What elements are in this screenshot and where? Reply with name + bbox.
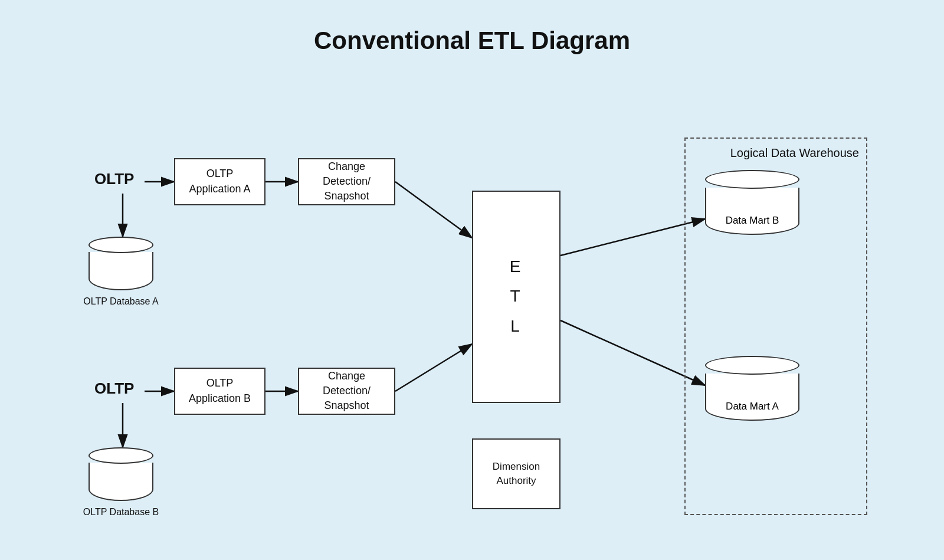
svg-line-8 — [395, 344, 472, 391]
etl-box: E T L — [472, 191, 560, 403]
svg-line-9 — [560, 219, 705, 256]
cyl-top-mart-a — [705, 356, 799, 375]
oltp-app-b-box: OLTP Application B — [174, 368, 266, 415]
oltp-db-a-label: OLTP Database A — [83, 296, 159, 308]
svg-line-4 — [395, 182, 472, 238]
cyl-body-mart-a: Data Mart A — [705, 374, 799, 421]
cyl-body-a — [88, 252, 153, 290]
logical-dw-label: Logical Data Warehouse — [730, 145, 859, 161]
diagram-container: Conventional ETL Diagram — [30, 21, 914, 540]
cyl-body-mart-b: Data Mart B — [705, 188, 799, 235]
cyl-top-a — [88, 237, 153, 253]
oltp-db-b-label: OLTP Database B — [83, 506, 159, 519]
cyl-body-b — [88, 463, 153, 501]
svg-line-10 — [560, 320, 705, 385]
change-detection-a-box: Change Detection/ Snapshot — [298, 158, 395, 205]
oltp-database-a: OLTP Database A — [88, 237, 153, 290]
oltp-a-label: OLTP — [94, 170, 134, 188]
cyl-top-b — [88, 447, 153, 464]
data-mart-b: Data Mart B — [705, 170, 799, 235]
cyl-top-mart-b — [705, 170, 799, 189]
data-mart-a: Data Mart A — [705, 356, 799, 421]
diagram-canvas: OLTP OLTP OLTP Database A OLTP Database … — [59, 73, 885, 533]
change-detection-b-box: Change Detection/ Snapshot — [298, 368, 395, 415]
oltp-app-a-box: OLTP Application A — [174, 158, 266, 205]
diagram-title: Conventional ETL Diagram — [314, 27, 630, 55]
dimension-authority-box: Dimension Authority — [472, 438, 560, 509]
oltp-database-b: OLTP Database B — [88, 447, 153, 501]
oltp-b-label: OLTP — [94, 379, 134, 398]
